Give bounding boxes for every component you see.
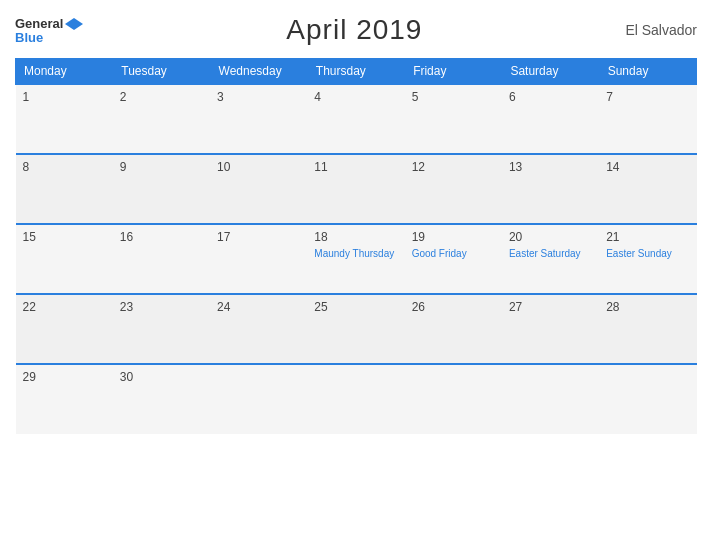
days-of-week-row: MondayTuesdayWednesdayThursdayFridaySatu… (16, 59, 697, 85)
day-number: 27 (509, 300, 592, 314)
calendar-header: MondayTuesdayWednesdayThursdayFridaySatu… (16, 59, 697, 85)
day-number: 9 (120, 160, 203, 174)
day-number: 17 (217, 230, 300, 244)
calendar-week-row: 891011121314 (16, 154, 697, 224)
day-number: 26 (412, 300, 495, 314)
col-header-monday: Monday (16, 59, 113, 85)
col-header-friday: Friday (405, 59, 502, 85)
calendar-cell: 11 (307, 154, 404, 224)
calendar-cell: 26 (405, 294, 502, 364)
calendar-cell: 5 (405, 84, 502, 154)
col-header-saturday: Saturday (502, 59, 599, 85)
svg-marker-0 (65, 18, 83, 30)
day-number: 21 (606, 230, 689, 244)
day-number: 20 (509, 230, 592, 244)
day-number: 3 (217, 90, 300, 104)
day-number: 2 (120, 90, 203, 104)
calendar-cell (307, 364, 404, 434)
day-number: 15 (23, 230, 106, 244)
calendar-cell: 24 (210, 294, 307, 364)
day-number: 14 (606, 160, 689, 174)
calendar-week-row: 15161718Maundy Thursday19Good Friday20Ea… (16, 224, 697, 294)
calendar-title: April 2019 (286, 14, 422, 46)
calendar-cell: 15 (16, 224, 113, 294)
calendar-cell: 19Good Friday (405, 224, 502, 294)
day-number: 29 (23, 370, 106, 384)
day-number: 24 (217, 300, 300, 314)
calendar-cell: 22 (16, 294, 113, 364)
calendar-cell: 16 (113, 224, 210, 294)
day-number: 11 (314, 160, 397, 174)
holiday-label: Maundy Thursday (314, 247, 397, 260)
col-header-wednesday: Wednesday (210, 59, 307, 85)
day-number: 22 (23, 300, 106, 314)
calendar-cell: 9 (113, 154, 210, 224)
logo: General Blue (15, 17, 83, 44)
day-number: 23 (120, 300, 203, 314)
calendar-cell (405, 364, 502, 434)
day-number: 28 (606, 300, 689, 314)
calendar-cell: 6 (502, 84, 599, 154)
calendar-cell: 20Easter Saturday (502, 224, 599, 294)
calendar-week-row: 2930 (16, 364, 697, 434)
calendar-week-row: 1234567 (16, 84, 697, 154)
calendar-table: MondayTuesdayWednesdayThursdayFridaySatu… (15, 58, 697, 434)
day-number: 4 (314, 90, 397, 104)
calendar-cell: 7 (599, 84, 696, 154)
calendar-cell: 25 (307, 294, 404, 364)
calendar-cell: 29 (16, 364, 113, 434)
day-number: 30 (120, 370, 203, 384)
calendar-cell: 17 (210, 224, 307, 294)
day-number: 10 (217, 160, 300, 174)
calendar-cell: 30 (113, 364, 210, 434)
calendar-cell: 21Easter Sunday (599, 224, 696, 294)
calendar-cell: 8 (16, 154, 113, 224)
calendar-cell: 28 (599, 294, 696, 364)
day-number: 16 (120, 230, 203, 244)
calendar-cell: 4 (307, 84, 404, 154)
country-name: El Salvador (625, 22, 697, 38)
logo-flag-icon (65, 17, 83, 31)
calendar-week-row: 22232425262728 (16, 294, 697, 364)
page-header: General Blue April 2019 El Salvador (15, 10, 697, 50)
calendar-cell: 27 (502, 294, 599, 364)
holiday-label: Good Friday (412, 247, 495, 260)
col-header-sunday: Sunday (599, 59, 696, 85)
calendar-cell: 12 (405, 154, 502, 224)
day-number: 8 (23, 160, 106, 174)
calendar-cell (210, 364, 307, 434)
day-number: 12 (412, 160, 495, 174)
day-number: 25 (314, 300, 397, 314)
calendar-cell: 13 (502, 154, 599, 224)
holiday-label: Easter Sunday (606, 247, 689, 260)
day-number: 1 (23, 90, 106, 104)
holiday-label: Easter Saturday (509, 247, 592, 260)
day-number: 5 (412, 90, 495, 104)
calendar-cell (599, 364, 696, 434)
day-number: 7 (606, 90, 689, 104)
col-header-tuesday: Tuesday (113, 59, 210, 85)
calendar-cell: 10 (210, 154, 307, 224)
calendar-cell (502, 364, 599, 434)
col-header-thursday: Thursday (307, 59, 404, 85)
calendar-cell: 1 (16, 84, 113, 154)
day-number: 13 (509, 160, 592, 174)
calendar-cell: 18Maundy Thursday (307, 224, 404, 294)
logo-general-text: General (15, 17, 63, 30)
logo-blue-text: Blue (15, 31, 43, 44)
calendar-cell: 2 (113, 84, 210, 154)
calendar-cell: 23 (113, 294, 210, 364)
calendar-cell: 14 (599, 154, 696, 224)
calendar-cell: 3 (210, 84, 307, 154)
calendar-body: 123456789101112131415161718Maundy Thursd… (16, 84, 697, 434)
day-number: 18 (314, 230, 397, 244)
day-number: 19 (412, 230, 495, 244)
day-number: 6 (509, 90, 592, 104)
